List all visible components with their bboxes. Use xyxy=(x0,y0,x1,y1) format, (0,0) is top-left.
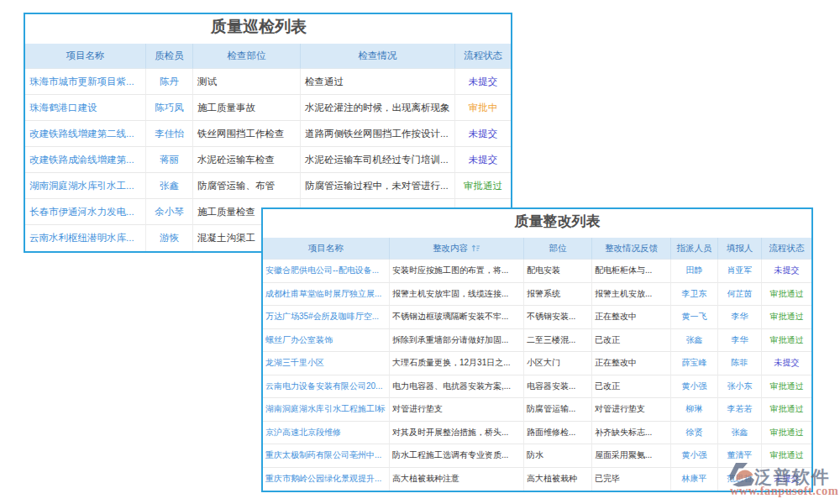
cell-project-name[interactable]: 万达广场35#会所及咖啡厅空... xyxy=(263,306,390,329)
cell-flow-status: 未提交 xyxy=(455,121,511,147)
cell-feedback: 已完毕 xyxy=(592,468,671,491)
rectify-table-title: 质量整改列表 xyxy=(263,209,811,238)
column-header-check-part: 检查部位 xyxy=(193,44,301,69)
cell-flow-status: 审批通过 xyxy=(762,398,811,422)
column-header-inspector: 质检员 xyxy=(146,44,193,69)
cell-check-part: 水泥砼运输车检查 xyxy=(193,147,301,173)
cell-rectify-content: 防水工程施工选调有专业资质... xyxy=(390,444,524,468)
cell-project-name[interactable]: 云南水利枢纽潜明水库... xyxy=(25,225,146,251)
cell-inspector[interactable]: 陈丹 xyxy=(146,69,193,95)
cell-rectify-content: 对其及时开展整治措施，桥头... xyxy=(390,422,524,445)
cell-part: 高大植被栽种 xyxy=(524,468,592,491)
cell-reporter[interactable]: 陈菲 xyxy=(718,352,762,375)
inspection-table-title: 质量巡检列表 xyxy=(25,14,511,44)
cell-project-name[interactable]: 改建铁路成渝线增建第... xyxy=(25,147,146,173)
cell-assignee[interactable]: 黄小强 xyxy=(671,444,718,468)
cell-project-name[interactable]: 成都杜甫草堂临时展厅独立展... xyxy=(263,283,390,307)
column-header-project-name: 项目名称 xyxy=(263,238,390,260)
cell-flow-status: 审批通过 xyxy=(762,375,811,399)
column-header-check-result: 检查情况 xyxy=(301,44,455,69)
cell-part: 防腐管运输... xyxy=(524,398,592,422)
column-header-feedback: 整改情况反馈 xyxy=(592,238,671,260)
page: { "page": { "background": "#ffffff" }, "… xyxy=(0,0,840,504)
cell-feedback: 正在整改中 xyxy=(592,352,671,375)
cell-feedback: 配电柜柜体与... xyxy=(592,260,671,283)
cell-flow-status: 审批通过 xyxy=(762,329,811,353)
cell-project-name[interactable]: 湖南洞庭湖水库引水工... xyxy=(25,173,146,199)
cell-reporter[interactable]: 董清平 xyxy=(718,444,762,468)
cell-assignee[interactable]: 田静 xyxy=(671,260,718,283)
cell-check-result: 水泥砼灌注的时候，出现离析现象 xyxy=(301,95,455,121)
cell-flow-status: 审批通过 xyxy=(762,422,811,445)
cell-check-part: 防腐管运输、布管 xyxy=(193,173,301,199)
cell-inspector[interactable]: 李佳怡 xyxy=(146,121,193,147)
cell-project-name[interactable]: 重庆太极制药有限公司亳州中... xyxy=(263,444,390,468)
cell-assignee[interactable]: 林康平 xyxy=(671,468,718,491)
cell-flow-status: 未提交 xyxy=(455,147,511,173)
column-header-flow-status: 流程状态 xyxy=(762,238,811,260)
cell-project-name[interactable]: 改建铁路线增建第二线... xyxy=(25,121,146,147)
cell-assignee[interactable]: 黄小强 xyxy=(671,375,718,399)
cell-flow-status: 审批通过 xyxy=(455,173,511,199)
cell-project-name[interactable]: 龙湖三千里小区 xyxy=(263,352,390,375)
cell-check-result: 道路两侧铁丝网围挡工作按设计... xyxy=(301,121,455,147)
cell-inspector[interactable]: 余小琴 xyxy=(146,199,193,225)
cell-reporter[interactable]: 李华 xyxy=(718,329,762,353)
cell-assignee[interactable]: 黄一飞 xyxy=(671,306,718,329)
cell-inspector[interactable]: 陈巧凤 xyxy=(146,95,193,121)
cell-check-part: 铁丝网围挡工作检查 xyxy=(193,121,301,147)
cell-project-name[interactable]: 重庆市鹅岭公园绿化景观提升... xyxy=(263,468,390,491)
column-header-part: 部位 xyxy=(524,238,592,260)
cell-project-name[interactable]: 珠海鹤港口建设 xyxy=(25,95,146,121)
cell-assignee[interactable]: 李卫东 xyxy=(671,283,718,307)
cell-part: 二至三楼混... xyxy=(524,329,592,353)
cell-part: 电容器安装... xyxy=(524,375,592,399)
cell-check-result: 防腐管运输过程中，未对管进行... xyxy=(301,173,455,199)
cell-reporter[interactable]: 张鑫 xyxy=(718,422,762,445)
cell-project-name[interactable]: 螺丝厂办公室装饰 xyxy=(263,329,390,353)
cell-rectify-content: 安装时应按施工图的布置，将... xyxy=(390,260,524,283)
cell-flow-status: 未提交 xyxy=(762,468,811,491)
cell-reporter[interactable]: 李若若 xyxy=(718,398,762,422)
rectify-table-panel: 质量整改列表 项目名称整改内容部位整改情况反馈指派人员填报人流程状态安徽合肥供电… xyxy=(261,207,813,492)
cell-check-part: 测试 xyxy=(193,69,301,95)
cell-reporter[interactable]: 李华 xyxy=(718,306,762,329)
cell-feedback: 已改正 xyxy=(592,329,671,353)
cell-reporter[interactable]: 肖亚军 xyxy=(718,260,762,283)
cell-feedback: 补齐缺失标志... xyxy=(592,422,671,445)
cell-part: 防水 xyxy=(524,444,592,468)
cell-rectify-content: 高大植被栽种注意 xyxy=(390,468,524,491)
inspection-table-title-text: 质量巡检列表 xyxy=(211,16,307,38)
cell-part: 小区大门 xyxy=(524,352,592,375)
cell-inspector[interactable]: 张鑫 xyxy=(146,173,193,199)
cell-feedback: 报警主机安放... xyxy=(592,283,671,307)
cell-project-name[interactable]: 安徽合肥供电公司--配电设备... xyxy=(263,260,390,283)
cell-project-name[interactable]: 珠海市城市更新项目紫... xyxy=(25,69,146,95)
cell-part: 不锈钢安装... xyxy=(524,306,592,329)
cell-flow-status: 审批中 xyxy=(455,95,511,121)
cell-rectify-content: 大理石质量更换，12月31日之... xyxy=(390,352,524,375)
cell-rectify-content: 报警主机安放牢固，线缆连接... xyxy=(390,283,524,307)
cell-project-name[interactable]: 湖南洞庭湖水库引水工程施工I标 xyxy=(263,398,390,422)
cell-inspector[interactable]: 蒋丽 xyxy=(146,147,193,173)
cell-reporter[interactable]: 张小东 xyxy=(718,375,762,399)
column-header-rectify-content[interactable]: 整改内容 xyxy=(390,238,524,260)
cell-flow-status: 审批通过 xyxy=(762,444,811,468)
cell-check-result: 检查通过 xyxy=(301,69,455,95)
cell-part: 配电安装 xyxy=(524,260,592,283)
cell-assignee[interactable]: 徐贤 xyxy=(671,422,718,445)
cell-assignee[interactable]: 柳琳 xyxy=(671,398,718,422)
cell-project-name[interactable]: 京沪高速北京段维修 xyxy=(263,422,390,445)
cell-project-name[interactable]: 长春市伊通河水力发电... xyxy=(25,199,146,225)
cell-flow-status: 未提交 xyxy=(762,352,811,375)
cell-project-name[interactable]: 云南电力设备安装有限公司20... xyxy=(263,375,390,399)
cell-reporter[interactable]: 何芷茵 xyxy=(718,283,762,307)
sort-icon[interactable] xyxy=(471,244,480,253)
rectify-table-title-text: 质量整改列表 xyxy=(515,212,601,231)
cell-part: 报警系统 xyxy=(524,283,592,307)
cell-assignee[interactable]: 张鑫 xyxy=(671,329,718,353)
cell-flow-status: 未提交 xyxy=(762,260,811,283)
cell-reporter[interactable]: 范思哲 xyxy=(718,468,762,491)
cell-assignee[interactable]: 薛宝峰 xyxy=(671,352,718,375)
cell-inspector[interactable]: 游恢 xyxy=(146,225,193,251)
